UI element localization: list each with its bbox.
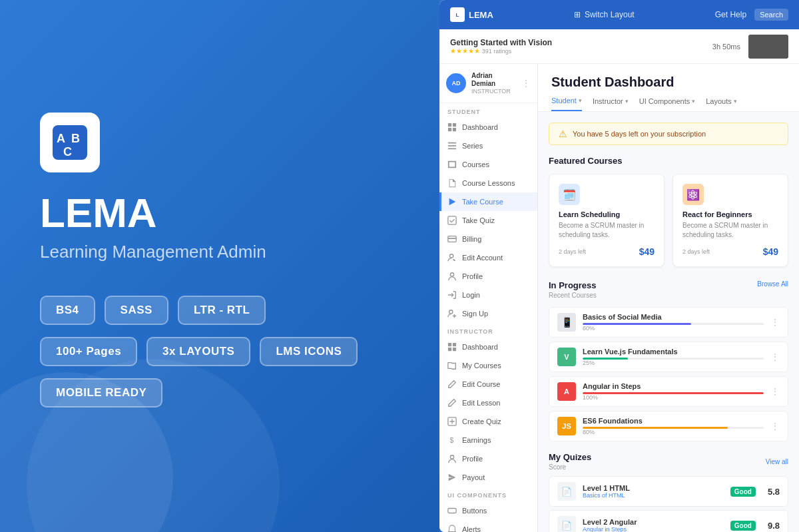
course-title-0: Learn Scheduling [559,210,655,218]
sidebar-item-profile-student[interactable]: Profile [439,267,537,286]
sidebar-item-dashboard[interactable]: Dashboard [439,118,537,136]
tab-student[interactable]: Student ▾ [551,97,582,111]
main-layout: AD Adrian Demian INSTRUCTOR ⋮ STUDENT Da… [439,64,799,532]
sidebar-item-billing[interactable]: Billing [439,230,537,248]
in-progress-title: In Progress [549,280,597,290]
tab-layouts[interactable]: Layouts ▾ [706,97,737,111]
badge-ltr-rtl: LTR - RTL [178,296,266,325]
switch-layout-label[interactable]: Switch Layout [585,10,635,19]
page-title: Student Dashboard [551,75,786,90]
badge-layouts: 3x LAYOUTS [146,337,250,366]
view-all-link[interactable]: View all [766,458,788,465]
more-icon-1[interactable]: ⋮ [770,352,780,362]
course-banner: Getting Started with Vision ★★★★★ 391 ra… [439,29,799,64]
course-price-1: $49 [763,246,778,257]
tab-layouts-label: Layouts [706,97,732,105]
left-panel: A B C LEMA Learning Management Admin BS4… [0,0,439,532]
course-price-0: $49 [639,246,655,257]
sidebar-item-profile-instructor[interactable]: Profile [439,449,537,468]
quiz-name-0: Level 1 HTML [583,484,724,492]
edit-icon [447,380,457,389]
course-card-1[interactable]: ⚛️ React for Beginners Become a SCRUM ma… [672,174,788,267]
sidebar-label-my-courses: My Courses [462,362,501,370]
course-banner-title: Getting Started with Vision [450,38,704,47]
alert-icon: ⚠ [559,129,567,139]
sidebar-item-edit-account[interactable]: Edit Account [439,248,537,267]
quiz-badge-0: Good [730,487,756,497]
quizzes-subtitle: Score [549,463,591,471]
badge-bs4: BS4 [40,296,95,325]
search-box[interactable]: Search [754,9,788,21]
sidebar-label-login: Login [462,291,480,299]
sidebar-label-billing: Billing [462,235,481,243]
app-logo: A B C [40,113,100,172]
sidebar-item-courses[interactable]: Courses [439,155,537,174]
tab-instructor[interactable]: Instructor ▾ [593,97,629,111]
sidebar-item-my-courses[interactable]: My Courses [439,356,537,375]
tab-ui-components[interactable]: UI Components ▾ [639,97,695,111]
quiz-score-1: 9.8 [768,521,780,531]
quiz-icon-0: 📄 [557,482,576,501]
svg-point-15 [450,273,453,276]
more-icon-0[interactable]: ⋮ [770,317,780,328]
sidebar-item-series[interactable]: Series [439,136,537,155]
get-help-link[interactable]: Get Help [715,10,746,19]
tab-ui-label: UI Components [639,97,690,105]
svg-text:B: B [71,132,80,145]
sidebar-item-instructor-dashboard[interactable]: Dashboard [439,338,537,356]
course-desc-1: Become a SCRUM master in scheduling task… [682,221,778,240]
sidebar-label-edit-lesson: Edit Lesson [462,399,500,407]
sidebar-section-instructor: INSTRUCTOR [439,323,537,338]
user-info: AD Adrian Demian INSTRUCTOR ⋮ [439,64,537,103]
course-rating-stars: ★★★★★ 391 ratings [450,47,704,55]
sidebar-item-course-lessons[interactable]: Course Lessons [439,174,537,192]
svg-rect-4 [448,123,451,127]
svg-rect-20 [453,348,456,351]
chevron-down-icon-3: ▾ [734,98,737,105]
user-icon [447,272,457,281]
rating-count: 391 ratings [482,48,512,55]
badge-sass: SASS [105,296,168,325]
quiz-name-1: Level 2 Angular [583,518,724,526]
sidebar-label-edit-account: Edit Account [462,254,503,262]
progress-item-2: A Angular in Steps 100% ⋮ [549,376,788,407]
badges-row-2: 100+ Pages 3x LAYOUTS LMS ICONS [40,337,400,366]
user-menu-icon[interactable]: ⋮ [521,78,531,89]
send-icon [447,473,457,482]
more-icon-2[interactable]: ⋮ [770,386,780,397]
subscription-text: You have 5 days left on your subscriptio… [573,130,706,138]
sidebar-label-earnings: Earnings [462,436,491,444]
sidebar-item-alerts[interactable]: Alerts [439,520,537,532]
navbar-center: ⊞ Switch Layout [504,10,704,19]
svg-point-16 [449,310,453,314]
more-icon-3[interactable]: ⋮ [770,421,780,431]
in-progress-title-block: In Progress Recent Courses [549,280,597,299]
sidebar-item-edit-lesson[interactable]: Edit Lesson [439,394,537,412]
svg-rect-7 [453,128,456,131]
progress-icon-1: V [557,348,576,366]
sidebar-label-take-course: Take Course [462,198,503,206]
svg-rect-19 [448,348,451,351]
check-square-icon [447,216,457,225]
sidebar-item-payout[interactable]: Payout [439,468,537,487]
sidebar-item-signup[interactable]: Sign Up [439,304,537,323]
sidebar-item-edit-course[interactable]: Edit Course [439,375,537,394]
sidebar-item-take-course[interactable]: Take Course [439,192,537,211]
progress-name-2: Angular in Steps [583,382,764,390]
progress-list: 📱 Basics of Social Media 60% ⋮ [549,307,788,441]
svg-rect-8 [448,142,456,144]
sidebar-item-buttons[interactable]: Buttons [439,501,537,520]
sidebar-item-take-quiz[interactable]: Take Quiz [439,211,537,230]
course-card-0[interactable]: 🗓️ Learn Scheduling Become a SCRUM maste… [549,174,665,267]
sidebar-item-create-quiz[interactable]: Create Quiz [439,412,537,431]
course-days-0: 2 days left [559,248,586,255]
badge-mobile-ready: MOBILE READY [40,378,162,407]
svg-rect-24 [448,509,456,513]
progress-info-3: ES6 Foundations 80% [583,417,764,435]
badges-row-1: BS4 SASS LTR - RTL [40,296,400,325]
browse-all-link[interactable]: Browse All [757,280,788,288]
avatar: AD [446,73,466,93]
user-edit-icon [447,253,457,262]
sidebar-item-earnings[interactable]: $ Earnings [439,431,537,449]
sidebar-item-login[interactable]: Login [439,286,537,304]
